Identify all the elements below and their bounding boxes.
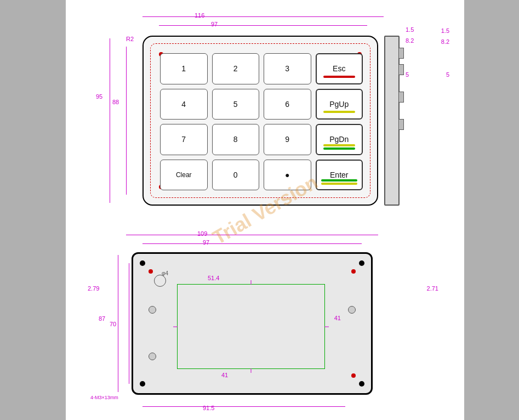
dim-right-1-5: 1.5: [406, 26, 414, 33]
key-dot[interactable]: ●: [264, 160, 311, 191]
hole-right-mid: [348, 306, 356, 314]
dim-95: 95: [96, 93, 102, 100]
dim-51-4: 51.4: [208, 275, 219, 281]
mount-hole-bl: [140, 381, 145, 387]
dim-1-5: 1.5: [441, 27, 449, 34]
dim-line-87: [118, 255, 118, 392]
dim-41-v: 41: [334, 315, 341, 321]
arrow-tick-bot: [251, 368, 252, 373]
enter-bar-green: [321, 179, 357, 181]
key-enter[interactable]: Enter: [316, 160, 363, 191]
enter-bar-yellow: [321, 183, 357, 185]
dim-r2: R2: [126, 36, 134, 42]
key-8[interactable]: 8: [212, 124, 260, 155]
key-grid: 1 2 3 Esc 4 5 6 PgUp 7 8 9 PgDn Cle: [160, 53, 363, 190]
green-inner-rect: 51.4 41 41: [177, 284, 325, 369]
dim-right-5: 5: [406, 71, 409, 78]
main-canvas: Trial Version 116 97 R2 1.5 8.2 5 95 88: [66, 0, 464, 420]
phi4-label: φ4: [162, 270, 168, 276]
dim-116: 116: [195, 12, 204, 19]
key-pgdn[interactable]: PgDn: [316, 124, 363, 155]
phi4-circle: [154, 275, 166, 287]
key-7[interactable]: 7: [160, 124, 208, 155]
dim-8-2: 8.2: [441, 38, 449, 45]
arrow-tick-right: [324, 326, 329, 327]
dim-91-5: 91.5: [203, 405, 214, 411]
key-0[interactable]: 0: [212, 160, 260, 191]
dim-41-h: 41: [221, 372, 228, 378]
dim-line-91-5: [142, 406, 345, 407]
dim-bot-109: 109: [197, 230, 207, 237]
dim-87: 87: [99, 315, 105, 322]
key-5[interactable]: 5: [212, 89, 260, 120]
dim-line-97b: [142, 243, 362, 244]
pgdn-bar-green: [323, 147, 355, 150]
hole-left-mid: [149, 306, 156, 314]
mount-hole-tl: [140, 260, 145, 266]
left-gray-panel: [0, 0, 66, 420]
bottom-panel: φ4 51.4 41 41: [132, 252, 373, 395]
bottom-diagram: 109 97 2.79 2.71 87 70 91.5 4-M3×13mm: [88, 230, 427, 411]
dim-line-109: [126, 235, 378, 235]
dim-line-97: [159, 25, 367, 26]
side-view-area: [381, 36, 412, 206]
key-4[interactable]: 4: [160, 89, 208, 120]
pgdn-bar-yellow: [323, 144, 355, 146]
arrow-tick-left: [173, 326, 178, 327]
dim-97-top: 97: [211, 21, 218, 27]
key-6[interactable]: 6: [264, 89, 311, 120]
red-dot-tl: [149, 269, 153, 274]
dim-bot-97: 97: [203, 239, 209, 246]
key-pgup[interactable]: PgUp: [316, 89, 363, 120]
key-clear[interactable]: Clear: [160, 160, 208, 191]
key-1[interactable]: 1: [160, 53, 208, 84]
dim-2-79: 2.79: [88, 285, 99, 292]
side-panel: [384, 36, 400, 206]
dim-line-70: [129, 263, 129, 384]
dim-line-88: [126, 47, 127, 195]
screw-label: 4-M3×13mm: [90, 395, 118, 400]
dim-2-71: 2.71: [427, 285, 438, 292]
dim-line-116: [142, 16, 384, 17]
hole-left-bot: [149, 353, 156, 360]
red-dot-tr: [351, 269, 356, 274]
right-gray-panel: [464, 0, 519, 420]
arrow-tick-top: [251, 280, 252, 285]
key-9[interactable]: 9: [264, 124, 311, 155]
keypad-panel: 1 2 3 Esc 4 5 6 PgUp 7 8 9 PgDn Cle: [142, 36, 378, 206]
dim-right-8-2: 8.2: [406, 37, 414, 44]
dim-70: 70: [110, 321, 116, 327]
side-notch-top: [398, 48, 404, 59]
side-notch-bot: [398, 119, 404, 130]
mount-hole-br: [359, 381, 364, 387]
side-notch-lower: [398, 92, 404, 103]
dim-88: 88: [112, 99, 119, 105]
key-esc[interactable]: Esc: [316, 53, 363, 84]
dim-line-95: [110, 38, 110, 203]
top-diagram: 116 97 R2 1.5 8.2 5 95 88 1 2 3: [110, 11, 427, 219]
side-notch-mid: [398, 64, 404, 75]
key-3[interactable]: 3: [264, 53, 311, 84]
dim-5: 5: [446, 71, 449, 78]
red-dot-br: [351, 373, 356, 378]
key-2[interactable]: 2: [212, 53, 260, 84]
mount-hole-tr: [359, 260, 364, 266]
